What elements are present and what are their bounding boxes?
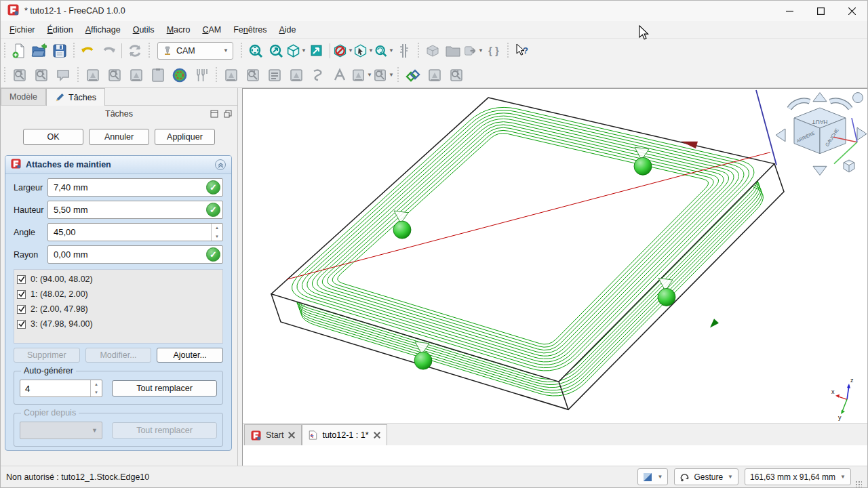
menu-item-cam[interactable]: CAM bbox=[196, 23, 227, 37]
mdi-tab-document[interactable]: tuto12-1 : 1* bbox=[302, 424, 387, 445]
menu-item-edition[interactable]: Édition bbox=[41, 23, 79, 37]
cam-deburr-button[interactable]: ▼ bbox=[372, 64, 394, 86]
float-window-icon[interactable] bbox=[224, 110, 232, 118]
redo-button[interactable] bbox=[98, 41, 119, 61]
dock-window-icon[interactable] bbox=[210, 110, 218, 118]
resize-grip[interactable] bbox=[855, 481, 862, 487]
toolbar-grip[interactable] bbox=[146, 43, 152, 59]
toolbar-grip[interactable] bbox=[75, 67, 81, 83]
dock-tab-modele[interactable]: Modèle bbox=[1, 88, 46, 105]
tab-checkbox[interactable] bbox=[17, 320, 26, 329]
cam-dressup-boundary-button[interactable] bbox=[424, 64, 446, 86]
largeur-input[interactable]: 7,40 mm✓ bbox=[47, 178, 223, 197]
cam-post-process-button[interactable] bbox=[31, 64, 52, 86]
menu-item-outils[interactable]: Outils bbox=[127, 23, 161, 37]
dock-tab-taches[interactable]: Tâches bbox=[46, 88, 105, 106]
tab-coordinate-list[interactable]: 0: (94.00, 48.02)1: (48.02, 2.00)2: (2.0… bbox=[14, 269, 223, 344]
close-button[interactable] bbox=[836, 1, 867, 21]
cam-dressup-dogbone-button[interactable] bbox=[446, 64, 467, 86]
refresh-button[interactable] bbox=[125, 41, 145, 61]
menu-item-fenetres[interactable]: Fenêtres bbox=[227, 23, 273, 37]
cam-toolbits-button[interactable] bbox=[191, 64, 212, 86]
copy-from-select[interactable]: ▼ bbox=[20, 422, 102, 439]
mdi-tab-start[interactable]: Start bbox=[244, 424, 302, 445]
view-isometric-button[interactable]: ▼ bbox=[286, 41, 307, 61]
toolbar-grip[interactable] bbox=[239, 43, 244, 59]
cam-simulator-button[interactable] bbox=[104, 64, 125, 86]
tab-list-item[interactable]: 0: (94.00, 48.02) bbox=[17, 272, 220, 287]
cam-dressup-tags-button[interactable] bbox=[402, 64, 424, 86]
cam-pocket-button[interactable] bbox=[242, 64, 264, 86]
sync-view-button[interactable] bbox=[307, 41, 327, 61]
close-tab-icon[interactable] bbox=[374, 432, 380, 439]
zoom-tools-button[interactable]: ▼ bbox=[374, 41, 394, 61]
menu-item-fichier[interactable]: Fichier bbox=[3, 23, 41, 37]
menu-item-affichage[interactable]: Affichage bbox=[79, 23, 127, 37]
cam-adaptive-button[interactable] bbox=[329, 64, 351, 86]
navigation-style-select[interactable]: Gesture ▼ bbox=[674, 468, 738, 485]
cam-inspect-button[interactable] bbox=[82, 64, 104, 86]
ok-button[interactable]: OK bbox=[23, 129, 83, 145]
cam-simulator-new-button[interactable] bbox=[125, 64, 147, 86]
whats-this-button[interactable]: ? bbox=[512, 41, 532, 61]
cam-comment-button[interactable] bbox=[52, 64, 74, 86]
close-tab-icon[interactable] bbox=[288, 432, 295, 439]
cam-toolbit-library-button[interactable] bbox=[169, 64, 191, 86]
spinner-buttons[interactable]: ▲▼ bbox=[211, 224, 222, 241]
toolbar-grip[interactable] bbox=[214, 67, 219, 83]
part-tools-button[interactable] bbox=[422, 41, 443, 61]
cam-selection-plane-button[interactable] bbox=[147, 64, 169, 86]
toolbar-grip[interactable] bbox=[416, 43, 421, 59]
toolbar-grip[interactable] bbox=[395, 67, 401, 83]
modifier-button[interactable]: Modifier... bbox=[85, 348, 152, 363]
3d-viewport[interactable]: HAUTARRIÈREGAUCHEzxy bbox=[243, 89, 867, 423]
new-file-button[interactable] bbox=[9, 41, 29, 61]
autogenerate-count-input[interactable]: 4 ▲▼ bbox=[20, 380, 102, 397]
expression-button[interactable]: { } bbox=[484, 41, 504, 61]
toolbar-grip[interactable] bbox=[2, 67, 7, 83]
tab-checkbox[interactable] bbox=[17, 290, 26, 299]
menu-item-aide[interactable]: Aide bbox=[273, 23, 302, 37]
minimize-button[interactable] bbox=[774, 1, 805, 21]
tab-list-item[interactable]: 2: (2.00, 47.98) bbox=[17, 302, 220, 317]
autogenerate-replace-all-button[interactable]: Tout remplacer bbox=[112, 380, 217, 396]
tab-checkbox[interactable] bbox=[17, 275, 26, 284]
cam-helix-button[interactable] bbox=[307, 64, 329, 86]
fit-all-button[interactable] bbox=[245, 41, 266, 61]
clipping-plane-button[interactable]: ▼ bbox=[333, 41, 353, 61]
workbench-selector[interactable]: CAM▼ bbox=[157, 42, 233, 60]
maximize-button[interactable] bbox=[805, 1, 836, 21]
share-button[interactable]: ▼ bbox=[463, 41, 484, 61]
cam-face-button[interactable] bbox=[285, 64, 307, 86]
collapse-chevron-icon[interactable] bbox=[215, 159, 226, 170]
save-button[interactable] bbox=[50, 41, 70, 61]
apply-button[interactable]: Appliquer bbox=[155, 129, 215, 145]
draw-style-select[interactable]: ▼ bbox=[637, 468, 668, 485]
toolbar-grip[interactable] bbox=[505, 43, 511, 59]
tab-list-item[interactable]: 1: (48.02, 2.00) bbox=[17, 287, 220, 302]
tab-list-item[interactable]: 3: (47.98, 94.00) bbox=[17, 317, 220, 331]
cam-drilling-button[interactable] bbox=[264, 64, 285, 86]
measure-button[interactable] bbox=[394, 41, 414, 61]
toolbar-grip[interactable] bbox=[71, 43, 77, 59]
copy-from-replace-all-button[interactable]: Tout remplacer bbox=[112, 422, 217, 439]
tab-checkbox[interactable] bbox=[17, 305, 26, 314]
group-button[interactable] bbox=[443, 41, 463, 61]
cancel-button[interactable]: Annuler bbox=[89, 129, 149, 145]
angle-input[interactable]: 45,00▲▼ bbox=[47, 223, 223, 241]
hauteur-input[interactable]: 5,50 mm✓ bbox=[47, 201, 223, 219]
select-view-button[interactable]: ▼ bbox=[353, 41, 374, 61]
toolbar-grip[interactable] bbox=[2, 43, 7, 59]
open-file-button[interactable] bbox=[29, 41, 50, 61]
cam-job-button[interactable] bbox=[9, 64, 31, 86]
supprimer-button[interactable]: Supprimer bbox=[14, 348, 80, 363]
menu-item-macro[interactable]: Macro bbox=[161, 23, 197, 37]
cam-profile-button[interactable] bbox=[220, 64, 242, 86]
ajouter-button[interactable]: Ajouter... bbox=[157, 348, 223, 363]
fit-selection-button[interactable] bbox=[266, 41, 286, 61]
undo-button[interactable] bbox=[78, 41, 98, 61]
cam-engrave-button[interactable]: ▼ bbox=[351, 64, 372, 86]
rayon-input[interactable]: 0,00 mm✓ bbox=[47, 245, 223, 264]
view-dimensions-select[interactable]: 161,63 mm x 91,64 mm ▼ bbox=[745, 468, 851, 485]
workbench-selected-label: CAM bbox=[176, 46, 222, 56]
